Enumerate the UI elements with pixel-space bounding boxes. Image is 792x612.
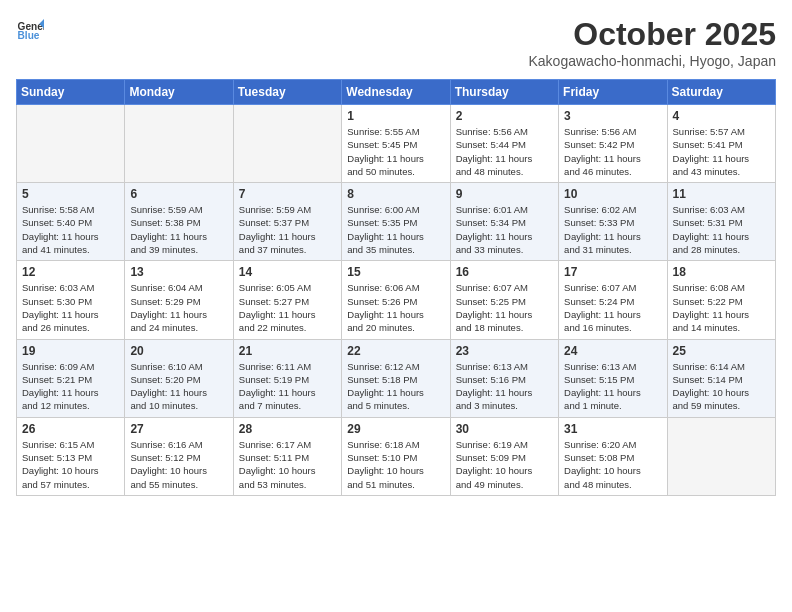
day-cell: 8Sunrise: 6:00 AM Sunset: 5:35 PM Daylig…: [342, 183, 450, 261]
day-cell: 28Sunrise: 6:17 AM Sunset: 5:11 PM Dayli…: [233, 417, 341, 495]
weekday-header-row: SundayMondayTuesdayWednesdayThursdayFrid…: [17, 80, 776, 105]
day-number: 12: [22, 265, 119, 279]
weekday-header-sunday: Sunday: [17, 80, 125, 105]
day-cell: 16Sunrise: 6:07 AM Sunset: 5:25 PM Dayli…: [450, 261, 558, 339]
day-cell: 19Sunrise: 6:09 AM Sunset: 5:21 PM Dayli…: [17, 339, 125, 417]
day-number: 18: [673, 265, 770, 279]
day-cell: 17Sunrise: 6:07 AM Sunset: 5:24 PM Dayli…: [559, 261, 667, 339]
day-number: 3: [564, 109, 661, 123]
day-cell: 5Sunrise: 5:58 AM Sunset: 5:40 PM Daylig…: [17, 183, 125, 261]
week-row-5: 26Sunrise: 6:15 AM Sunset: 5:13 PM Dayli…: [17, 417, 776, 495]
day-info: Sunrise: 6:11 AM Sunset: 5:19 PM Dayligh…: [239, 360, 336, 413]
day-number: 14: [239, 265, 336, 279]
weekday-header-monday: Monday: [125, 80, 233, 105]
day-info: Sunrise: 6:06 AM Sunset: 5:26 PM Dayligh…: [347, 281, 444, 334]
weekday-header-saturday: Saturday: [667, 80, 775, 105]
day-number: 20: [130, 344, 227, 358]
day-cell: [125, 105, 233, 183]
weekday-header-wednesday: Wednesday: [342, 80, 450, 105]
location-subtitle: Kakogawacho-honmachi, Hyogo, Japan: [529, 53, 777, 69]
day-info: Sunrise: 6:13 AM Sunset: 5:15 PM Dayligh…: [564, 360, 661, 413]
day-cell: 25Sunrise: 6:14 AM Sunset: 5:14 PM Dayli…: [667, 339, 775, 417]
week-row-3: 12Sunrise: 6:03 AM Sunset: 5:30 PM Dayli…: [17, 261, 776, 339]
day-cell: 26Sunrise: 6:15 AM Sunset: 5:13 PM Dayli…: [17, 417, 125, 495]
svg-text:Blue: Blue: [18, 30, 40, 41]
day-number: 7: [239, 187, 336, 201]
logo-icon: General Blue: [16, 16, 44, 44]
day-cell: 31Sunrise: 6:20 AM Sunset: 5:08 PM Dayli…: [559, 417, 667, 495]
day-info: Sunrise: 6:08 AM Sunset: 5:22 PM Dayligh…: [673, 281, 770, 334]
day-cell: 27Sunrise: 6:16 AM Sunset: 5:12 PM Dayli…: [125, 417, 233, 495]
day-number: 6: [130, 187, 227, 201]
day-info: Sunrise: 6:15 AM Sunset: 5:13 PM Dayligh…: [22, 438, 119, 491]
day-cell: 6Sunrise: 5:59 AM Sunset: 5:38 PM Daylig…: [125, 183, 233, 261]
day-cell: 12Sunrise: 6:03 AM Sunset: 5:30 PM Dayli…: [17, 261, 125, 339]
day-cell: [17, 105, 125, 183]
day-info: Sunrise: 6:09 AM Sunset: 5:21 PM Dayligh…: [22, 360, 119, 413]
day-number: 28: [239, 422, 336, 436]
day-cell: 23Sunrise: 6:13 AM Sunset: 5:16 PM Dayli…: [450, 339, 558, 417]
day-number: 17: [564, 265, 661, 279]
day-cell: 30Sunrise: 6:19 AM Sunset: 5:09 PM Dayli…: [450, 417, 558, 495]
day-cell: 29Sunrise: 6:18 AM Sunset: 5:10 PM Dayli…: [342, 417, 450, 495]
day-info: Sunrise: 6:18 AM Sunset: 5:10 PM Dayligh…: [347, 438, 444, 491]
day-info: Sunrise: 6:04 AM Sunset: 5:29 PM Dayligh…: [130, 281, 227, 334]
day-cell: 1Sunrise: 5:55 AM Sunset: 5:45 PM Daylig…: [342, 105, 450, 183]
day-number: 26: [22, 422, 119, 436]
page-header: General Blue October 2025 Kakogawacho-ho…: [16, 16, 776, 69]
day-info: Sunrise: 5:57 AM Sunset: 5:41 PM Dayligh…: [673, 125, 770, 178]
day-number: 27: [130, 422, 227, 436]
week-row-1: 1Sunrise: 5:55 AM Sunset: 5:45 PM Daylig…: [17, 105, 776, 183]
day-cell: 18Sunrise: 6:08 AM Sunset: 5:22 PM Dayli…: [667, 261, 775, 339]
day-number: 9: [456, 187, 553, 201]
day-cell: 7Sunrise: 5:59 AM Sunset: 5:37 PM Daylig…: [233, 183, 341, 261]
weekday-header-tuesday: Tuesday: [233, 80, 341, 105]
day-cell: 10Sunrise: 6:02 AM Sunset: 5:33 PM Dayli…: [559, 183, 667, 261]
day-info: Sunrise: 5:56 AM Sunset: 5:42 PM Dayligh…: [564, 125, 661, 178]
day-cell: 20Sunrise: 6:10 AM Sunset: 5:20 PM Dayli…: [125, 339, 233, 417]
day-info: Sunrise: 5:58 AM Sunset: 5:40 PM Dayligh…: [22, 203, 119, 256]
day-cell: 4Sunrise: 5:57 AM Sunset: 5:41 PM Daylig…: [667, 105, 775, 183]
day-number: 2: [456, 109, 553, 123]
day-info: Sunrise: 5:59 AM Sunset: 5:37 PM Dayligh…: [239, 203, 336, 256]
day-info: Sunrise: 6:12 AM Sunset: 5:18 PM Dayligh…: [347, 360, 444, 413]
day-cell: 2Sunrise: 5:56 AM Sunset: 5:44 PM Daylig…: [450, 105, 558, 183]
day-number: 29: [347, 422, 444, 436]
day-number: 15: [347, 265, 444, 279]
day-cell: 14Sunrise: 6:05 AM Sunset: 5:27 PM Dayli…: [233, 261, 341, 339]
day-number: 19: [22, 344, 119, 358]
day-cell: 24Sunrise: 6:13 AM Sunset: 5:15 PM Dayli…: [559, 339, 667, 417]
day-cell: 22Sunrise: 6:12 AM Sunset: 5:18 PM Dayli…: [342, 339, 450, 417]
day-cell: [667, 417, 775, 495]
day-info: Sunrise: 6:07 AM Sunset: 5:25 PM Dayligh…: [456, 281, 553, 334]
day-cell: 21Sunrise: 6:11 AM Sunset: 5:19 PM Dayli…: [233, 339, 341, 417]
day-info: Sunrise: 6:02 AM Sunset: 5:33 PM Dayligh…: [564, 203, 661, 256]
day-info: Sunrise: 6:16 AM Sunset: 5:12 PM Dayligh…: [130, 438, 227, 491]
day-info: Sunrise: 6:05 AM Sunset: 5:27 PM Dayligh…: [239, 281, 336, 334]
day-number: 22: [347, 344, 444, 358]
day-number: 11: [673, 187, 770, 201]
day-number: 24: [564, 344, 661, 358]
day-info: Sunrise: 5:55 AM Sunset: 5:45 PM Dayligh…: [347, 125, 444, 178]
day-number: 8: [347, 187, 444, 201]
day-info: Sunrise: 6:03 AM Sunset: 5:30 PM Dayligh…: [22, 281, 119, 334]
day-cell: 11Sunrise: 6:03 AM Sunset: 5:31 PM Dayli…: [667, 183, 775, 261]
day-info: Sunrise: 6:01 AM Sunset: 5:34 PM Dayligh…: [456, 203, 553, 256]
day-number: 23: [456, 344, 553, 358]
day-info: Sunrise: 5:56 AM Sunset: 5:44 PM Dayligh…: [456, 125, 553, 178]
day-info: Sunrise: 6:20 AM Sunset: 5:08 PM Dayligh…: [564, 438, 661, 491]
title-block: October 2025 Kakogawacho-honmachi, Hyogo…: [529, 16, 777, 69]
day-info: Sunrise: 6:14 AM Sunset: 5:14 PM Dayligh…: [673, 360, 770, 413]
calendar-table: SundayMondayTuesdayWednesdayThursdayFrid…: [16, 79, 776, 496]
day-number: 1: [347, 109, 444, 123]
day-number: 16: [456, 265, 553, 279]
day-info: Sunrise: 6:07 AM Sunset: 5:24 PM Dayligh…: [564, 281, 661, 334]
day-info: Sunrise: 6:19 AM Sunset: 5:09 PM Dayligh…: [456, 438, 553, 491]
week-row-4: 19Sunrise: 6:09 AM Sunset: 5:21 PM Dayli…: [17, 339, 776, 417]
day-number: 5: [22, 187, 119, 201]
day-info: Sunrise: 6:17 AM Sunset: 5:11 PM Dayligh…: [239, 438, 336, 491]
day-info: Sunrise: 6:00 AM Sunset: 5:35 PM Dayligh…: [347, 203, 444, 256]
day-info: Sunrise: 5:59 AM Sunset: 5:38 PM Dayligh…: [130, 203, 227, 256]
day-cell: 15Sunrise: 6:06 AM Sunset: 5:26 PM Dayli…: [342, 261, 450, 339]
day-cell: [233, 105, 341, 183]
